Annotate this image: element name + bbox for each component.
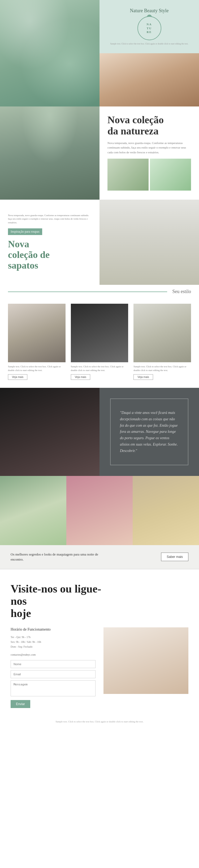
cards-section: Sample text. Click to select the text bo…: [0, 299, 199, 388]
mini-image-2: [150, 159, 191, 191]
card-image-3: [133, 304, 191, 362]
gallery-section: [0, 476, 199, 545]
hours-line-3: Dom - Seg: Fechado: [11, 644, 95, 649]
collection-mini-images: [108, 159, 191, 191]
shoes-image: [100, 199, 199, 285]
gallery-image-flowers: [0, 476, 66, 545]
collection-content: Nova coleção da natureza Nova temporada,…: [100, 106, 199, 199]
visit-image-area: [104, 627, 188, 708]
visit-heading: Visite-nos ou ligue-nos hoje: [11, 583, 117, 620]
card-text-2: Sample text. Click to select the text bo…: [71, 365, 128, 372]
visit-coffee-image: [104, 627, 188, 694]
hours-list: Ter - Qui: 9h - 17h Sex: 9h - 18h / Sáb:…: [11, 635, 95, 649]
nature-logo-text: NA TU RE: [147, 22, 152, 34]
collection-woman-image: [0, 106, 100, 199]
card-item-1: Sample text. Click to select the text bo…: [5, 304, 68, 382]
quote-woman-image: [0, 388, 100, 476]
inspiration-tag: Inspiração para roupas: [8, 228, 42, 235]
visit-section: Visite-nos ou ligue-nos hoje Horário de …: [0, 569, 199, 716]
shoes-content: Nova temporada, novo guarda-roupa. Confo…: [0, 199, 100, 285]
hero-flowers-image: [0, 0, 100, 106]
collection-section: Nova coleção da natureza Nova temporada,…: [0, 106, 199, 199]
name-input[interactable]: [11, 660, 95, 668]
hero-title: Nature Beauty Style: [130, 8, 169, 13]
card-image-1: [8, 304, 66, 362]
gallery-image-flowers2: [133, 476, 199, 545]
style-bar-line: [8, 291, 167, 292]
footer-sample-text: Sample text. Click to select the text bo…: [0, 716, 199, 728]
quote-content-wrapper: "Daqui a vinte anos você ficará mais dec…: [100, 388, 199, 476]
quote-text: "Daqui a vinte anos você ficará mais dec…: [120, 410, 178, 454]
hero-logo-area: Nature Beauty Style NA TU RE Sample text…: [100, 0, 199, 53]
card-btn-2[interactable]: Veja mais: [71, 374, 90, 380]
hero-sample-text: Sample text. Click to select the text bo…: [110, 42, 188, 45]
style-bar-text: Seu estilo: [172, 289, 191, 294]
shoes-mini-text: Nova temporada, novo guarda-roupa. Confo…: [8, 214, 91, 225]
message-input[interactable]: [11, 680, 95, 696]
mini-image-1: [108, 159, 149, 191]
card-btn-3[interactable]: Veja mais: [133, 374, 153, 380]
shoes-section: Nova temporada, novo guarda-roupa. Confo…: [0, 199, 199, 285]
hours-line-1: Ter - Qui: 9h - 17h: [11, 635, 95, 640]
shoes-heading: Nova coleção de sapatos: [8, 239, 91, 271]
collection-heading: Nova coleção da natureza: [108, 115, 191, 137]
collection-subtext: Nova temporada, novo guarda-roupa. Confo…: [108, 141, 191, 155]
submit-button[interactable]: Enviar: [11, 700, 30, 708]
hours-title: Horário de Funcionamento: [11, 627, 95, 632]
hero-warm-image: [100, 53, 199, 106]
email-input[interactable]: [11, 670, 95, 678]
banner-button[interactable]: Saber mais: [161, 553, 188, 561]
banner-section: Os melhores segredos e looks de maquiage…: [0, 545, 199, 569]
visit-form-area: Horário de Funcionamento Ter - Qui: 9h -…: [11, 627, 95, 708]
card-image-2: [71, 304, 128, 362]
quote-content: "Daqui a vinte anos você ficará mais dec…: [110, 399, 188, 465]
card-text-3: Sample text. Click to select the text bo…: [133, 365, 191, 372]
gallery-image-woman: [66, 476, 133, 545]
hero-section: Nature Beauty Style NA TU RE Sample text…: [0, 0, 199, 106]
card-text-1: Sample text. Click to select the text bo…: [8, 365, 66, 372]
contact-email: contactos@esdnyc.com: [11, 653, 95, 656]
style-bar-section: Seu estilo: [0, 285, 199, 299]
banner-text: Os melhores segredos e looks de maquiage…: [11, 552, 109, 562]
card-item-2: Sample text. Click to select the text bo…: [68, 304, 131, 382]
hours-line-2: Sex: 9h - 18h / Sáb: 9h - 16h: [11, 640, 95, 644]
card-btn-1[interactable]: Veja mais: [8, 374, 27, 380]
quote-section: "Daqui a vinte anos você ficará mais dec…: [0, 388, 199, 476]
card-item-3: Sample text. Click to select the text bo…: [131, 304, 194, 382]
nature-logo: NA TU RE: [137, 16, 161, 40]
